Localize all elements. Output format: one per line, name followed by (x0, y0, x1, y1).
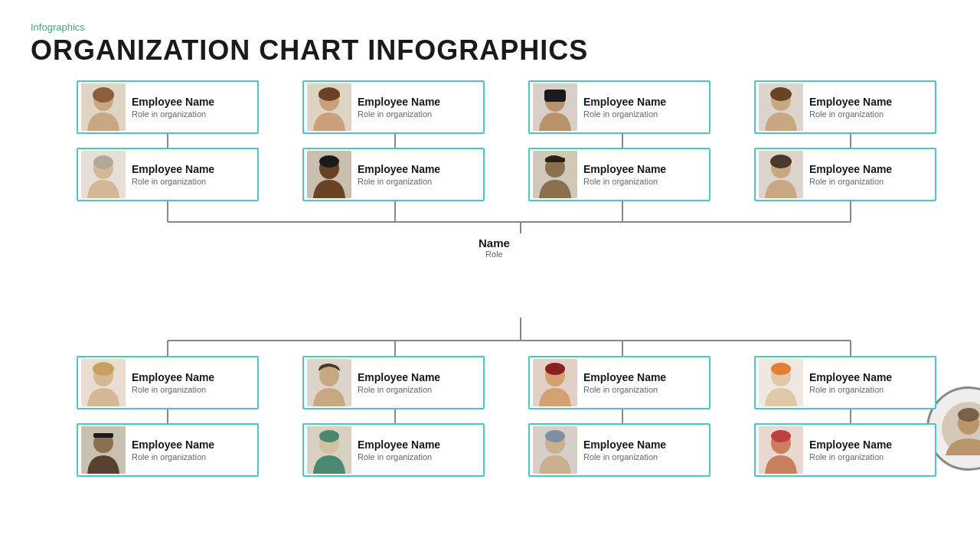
emp-role: Role in organization (132, 385, 214, 394)
emp-name: Employee Name (358, 371, 440, 384)
avatar-top-0-0 (81, 83, 126, 131)
emp-info-top-1-3: Employee Name Role in organization (809, 163, 892, 187)
emp-name: Employee Name (132, 439, 214, 452)
emp-name: Employee Name (358, 163, 440, 176)
top-card-0-1: Employee Name Role in organization (302, 80, 485, 134)
top-card-0-3: Employee Name Role in organization (754, 80, 936, 134)
avatar-bot-0-0 (81, 359, 126, 406)
emp-role: Role in organization (358, 109, 440, 119)
avatar-top-0-2 (533, 83, 577, 131)
emp-name: Employee Name (583, 371, 666, 384)
emp-name: Employee Name (358, 96, 440, 109)
emp-role: Role in organization (583, 452, 666, 461)
bottom-card-1-0: Employee Name Role in organization (77, 423, 259, 477)
emp-info-bot-0-1: Employee Name Role in organization (358, 371, 440, 395)
emp-info-top-0-1: Employee Name Role in organization (358, 96, 440, 119)
bottom-card-1-1: Employee Name Role in organization (302, 423, 485, 477)
emp-info-bot-1-2: Employee Name Role in organization (583, 439, 666, 462)
infographics-label: Infographics (31, 21, 949, 33)
svg-point-54 (545, 363, 565, 375)
avatar-bot-1-3 (759, 426, 803, 474)
top-card-1-1: Employee Name Role in organization (302, 148, 485, 201)
emp-info-top-0-0: Employee Name Role in organization (132, 96, 214, 119)
bottom-card-0-1: Employee Name Role in organization (302, 356, 485, 409)
top-card-0-2: Employee Name Role in organization (528, 80, 710, 134)
emp-info-bot-0-0: Employee Name Role in organization (132, 371, 214, 395)
center-node-container: Name Role (479, 233, 510, 259)
avatar-top-0-1 (307, 83, 351, 131)
emp-info-bot-0-3: Employee Name Role in organization (809, 371, 892, 395)
avatar-top-1-3 (759, 151, 803, 198)
emp-role: Role in organization (583, 109, 666, 119)
emp-role: Role in organization (809, 385, 892, 394)
emp-name: Employee Name (583, 439, 666, 452)
center-name: Name (479, 236, 510, 249)
emp-name: Employee Name (809, 439, 892, 452)
svg-point-22 (93, 87, 114, 103)
emp-role: Role in organization (809, 109, 892, 119)
emp-name: Employee Name (583, 96, 666, 109)
top-card-1-3: Employee Name Role in organization (754, 148, 936, 201)
emp-role: Role in organization (132, 452, 214, 461)
bottom-card-0-3: Employee Name Role in organization (754, 356, 936, 409)
avatar-bot-0-1 (307, 359, 351, 406)
emp-role: Role in organization (132, 109, 214, 119)
svg-point-37 (319, 155, 339, 168)
emp-name: Employee Name (132, 96, 214, 109)
top-card-1-2: Employee Name Role in organization (528, 148, 710, 201)
svg-point-46 (958, 408, 979, 422)
center-role: Role (479, 249, 510, 259)
emp-role: Role in organization (583, 385, 666, 394)
emp-role: Role in organization (583, 177, 666, 186)
emp-info-bot-1-3: Employee Name Role in organization (809, 439, 892, 462)
svg-point-34 (93, 155, 113, 169)
avatar-bot-0-2 (533, 359, 577, 406)
emp-name: Employee Name (358, 439, 440, 452)
emp-info-top-1-0: Employee Name Role in organization (132, 163, 214, 187)
svg-point-66 (545, 430, 565, 442)
page: Infographics ORGANIZATION CHART INFOGRAP… (0, 0, 980, 551)
svg-point-57 (771, 363, 791, 375)
emp-role: Role in organization (809, 452, 892, 461)
emp-role: Role in organization (358, 385, 440, 394)
avatar-top-1-2 (533, 151, 577, 198)
avatar-bot-1-2 (533, 426, 577, 474)
emp-name: Employee Name (132, 371, 214, 384)
avatar-bot-1-1 (307, 426, 351, 474)
avatar-bot-0-3 (759, 359, 803, 406)
emp-info-bot-1-1: Employee Name Role in organization (358, 439, 440, 462)
emp-info-top-1-1: Employee Name Role in organization (358, 163, 440, 187)
avatar-top-1-0 (81, 151, 126, 198)
emp-role: Role in organization (132, 177, 214, 186)
avatar-top-1-1 (307, 151, 351, 198)
svg-point-43 (770, 155, 792, 168)
emp-role: Role in organization (358, 452, 440, 461)
main-title: ORGANIZATION CHART INFOGRAPHICS (31, 34, 949, 67)
svg-point-49 (93, 362, 114, 376)
svg-point-69 (771, 430, 791, 442)
emp-info-top-1-2: Employee Name Role in organization (583, 163, 666, 187)
emp-name: Employee Name (583, 163, 666, 176)
svg-point-31 (770, 87, 792, 101)
emp-info-bot-0-2: Employee Name Role in organization (583, 371, 666, 395)
emp-name: Employee Name (809, 96, 892, 109)
bottom-card-0-0: Employee Name Role in organization (77, 356, 259, 409)
emp-name: Employee Name (809, 371, 892, 384)
emp-info-top-0-2: Employee Name Role in organization (583, 96, 666, 119)
emp-role: Role in organization (358, 177, 440, 186)
emp-role: Role in organization (809, 177, 892, 186)
top-card-1-0: Employee Name Role in organization (77, 148, 259, 201)
bottom-card-1-2: Employee Name Role in organization (528, 423, 710, 477)
bottom-card-0-2: Employee Name Role in organization (528, 356, 710, 409)
emp-name: Employee Name (132, 163, 214, 176)
bottom-card-1-3: Employee Name Role in organization (754, 423, 936, 477)
avatar-top-0-3 (759, 83, 803, 131)
top-card-0-0: Employee Name Role in organization (77, 80, 259, 134)
emp-info-top-0-3: Employee Name Role in organization (809, 96, 892, 119)
svg-point-63 (319, 430, 339, 442)
emp-name: Employee Name (809, 163, 892, 176)
chart-area: Employee Name Role in organization Emplo… (31, 80, 949, 524)
emp-info-bot-1-0: Employee Name Role in organization (132, 439, 214, 462)
avatar-bot-1-0 (81, 426, 126, 474)
svg-rect-60 (93, 433, 113, 438)
